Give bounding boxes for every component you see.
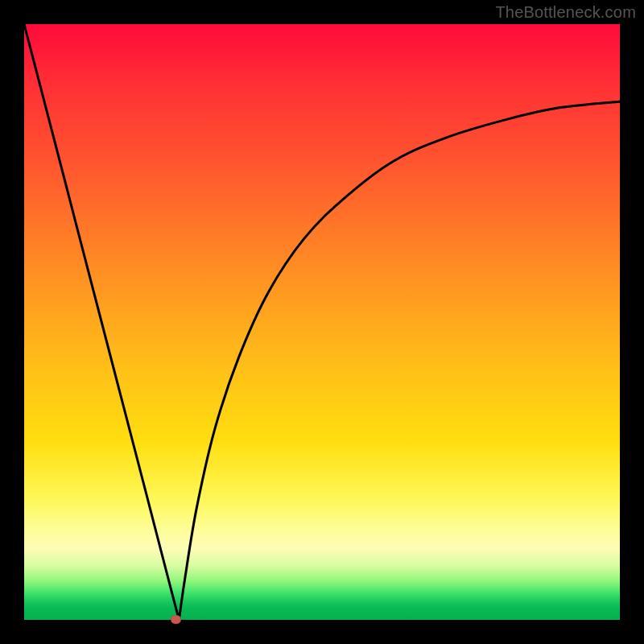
optimum-marker (171, 615, 181, 624)
watermark-text: TheBottleneck.com (495, 3, 636, 22)
plot-area (24, 24, 620, 620)
bottleneck-curve (24, 24, 620, 620)
chart-frame: TheBottleneck.com (0, 0, 644, 644)
